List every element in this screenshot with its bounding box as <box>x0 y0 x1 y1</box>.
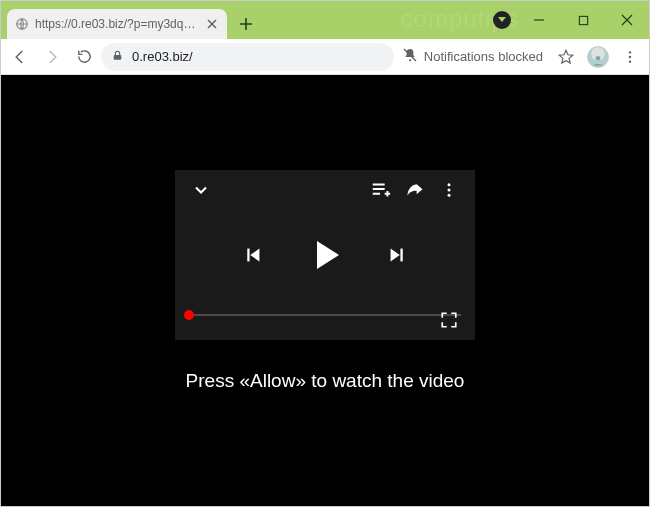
svg-rect-3 <box>114 54 122 59</box>
bell-off-icon <box>402 47 418 66</box>
nav-back-button[interactable] <box>5 42 35 72</box>
browser-toolbar: 0.re03.biz/ Notifications blocked <box>1 39 649 75</box>
new-tab-button[interactable] <box>233 11 259 37</box>
svg-rect-2 <box>579 16 587 24</box>
svg-point-4 <box>409 59 411 61</box>
skip-previous-icon[interactable] <box>241 243 265 267</box>
address-bar-text: 0.re03.biz/ <box>132 49 193 64</box>
window-controls <box>493 1 649 39</box>
play-icon[interactable] <box>313 243 337 267</box>
tab-close-icon[interactable] <box>205 16 219 32</box>
progress-bar[interactable] <box>189 314 461 316</box>
avatar-icon <box>587 46 609 68</box>
window-close-button[interactable] <box>605 5 649 35</box>
profile-indicator-icon[interactable] <box>493 11 511 29</box>
notifications-blocked-label: Notifications blocked <box>424 49 543 64</box>
globe-icon <box>15 17 29 31</box>
profile-avatar[interactable] <box>583 42 613 72</box>
nav-reload-button[interactable] <box>69 42 99 72</box>
bookmark-star-button[interactable] <box>551 42 581 72</box>
tab-title: https://0.re03.biz/?p=my3dqnbx <box>35 17 199 31</box>
lock-icon <box>111 49 124 65</box>
window-minimize-button[interactable] <box>517 5 561 35</box>
progress-handle-icon[interactable] <box>184 310 194 320</box>
browser-tab[interactable]: https://0.re03.biz/?p=my3dqnbx <box>7 9 227 39</box>
svg-point-7 <box>629 55 631 57</box>
svg-point-5 <box>596 55 601 60</box>
fullscreen-icon[interactable] <box>437 308 461 332</box>
video-player[interactable] <box>175 170 475 340</box>
notifications-blocked-chip[interactable]: Notifications blocked <box>396 47 549 66</box>
browser-menu-button[interactable] <box>615 42 645 72</box>
svg-point-8 <box>629 60 631 62</box>
nav-forward-button[interactable] <box>37 42 67 72</box>
page-caption: Press «Allow» to watch the video <box>186 370 465 392</box>
svg-point-6 <box>629 51 631 53</box>
window-maximize-button[interactable] <box>561 5 605 35</box>
svg-marker-1 <box>498 17 506 22</box>
skip-next-icon[interactable] <box>385 243 409 267</box>
window-titlebar: https://0.re03.biz/?p=my3dqnbx computips <box>1 1 649 39</box>
address-bar[interactable]: 0.re03.biz/ <box>101 43 394 71</box>
page-content: Press «Allow» to watch the video <box>1 75 649 506</box>
